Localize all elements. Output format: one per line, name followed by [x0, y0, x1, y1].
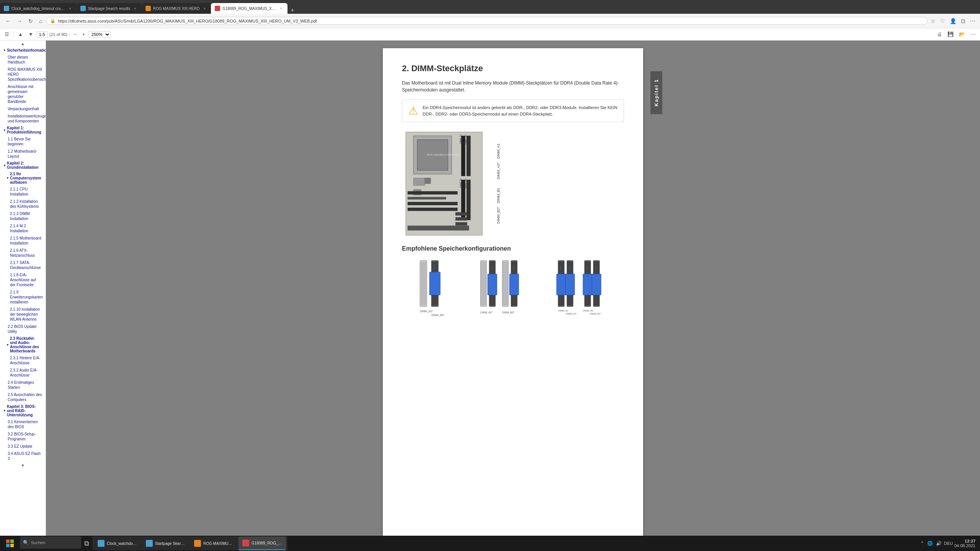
- start-button[interactable]: [2, 536, 18, 551]
- sidebar-item-wlan[interactable]: 2.1.10 Installation der beweglichen WLAN…: [0, 306, 46, 323]
- taskbar-favicon-4: [242, 540, 249, 546]
- person-icon[interactable]: 👤: [948, 16, 958, 26]
- menu-icon[interactable]: ⋯: [969, 16, 977, 26]
- sidebar-item-bios-kennen[interactable]: 3.1 Kennenlernen des BIOS: [0, 418, 46, 430]
- tab-close-3[interactable]: ×: [202, 6, 207, 11]
- svg-rect-16: [456, 217, 467, 220]
- sidebar-section-sicherheit[interactable]: ▼ Sicherheitsinformationen: [0, 47, 46, 54]
- sidebar-item-ea-front[interactable]: 2.1.8 E/A-Anschlüsse auf der Frontseite: [0, 271, 46, 289]
- sidebar-section-2-3[interactable]: ▼ 2.3 Rücktafel- und Audio-Anschlüsse de…: [0, 335, 46, 354]
- svg-text:DIMM_B1: DIMM_B1: [459, 178, 462, 187]
- tab-close-4[interactable]: ×: [278, 6, 284, 11]
- taskbar-search[interactable]: 🔍 Suchen: [20, 536, 81, 549]
- svg-rect-7: [467, 180, 470, 220]
- svg-rect-55: [583, 274, 592, 295]
- pdf-sidebar: ▲ ▼ Sicherheitsinformationen Über dieses…: [0, 41, 46, 551]
- tab-1[interactable]: Clock_watchdog_timeout crasi... ×: [0, 3, 77, 14]
- zoom-out-button[interactable]: −: [72, 30, 79, 38]
- forward-button[interactable]: →: [15, 16, 24, 26]
- tray-arrow-icon[interactable]: ⌃: [920, 540, 925, 547]
- open-button[interactable]: 📂: [957, 30, 967, 38]
- section-title: 2. DIMM-Steckplätze: [402, 64, 624, 73]
- sidebar-item-ez-update[interactable]: 3.3 EZ Update: [0, 443, 46, 450]
- sidebar-item-cpu[interactable]: 2.1.1 CPU Installation: [0, 186, 46, 198]
- svg-rect-27: [430, 272, 440, 295]
- sidebar-section-kapitel1[interactable]: ▼ Kapitel 1: Produkteinführung: [0, 125, 46, 135]
- tab-close-1[interactable]: ×: [67, 6, 73, 11]
- sidebar-item-sata[interactable]: 2.1.7 SATA-Geräteanschlüsse: [0, 259, 46, 271]
- bookmark-icon[interactable]: ☆: [929, 16, 937, 26]
- sidebar-item-mb[interactable]: 2.1.5 Motherboard Installation: [0, 235, 46, 247]
- tray-clock[interactable]: 13:37 04.08.2021: [954, 539, 975, 548]
- chevron-right-icon-1: ▼: [3, 129, 6, 132]
- tray-time: 13:37: [954, 539, 975, 543]
- refresh-button[interactable]: ↻: [26, 16, 35, 26]
- more-tools-button[interactable]: ⋯: [968, 30, 978, 38]
- home-button[interactable]: ⌂: [37, 16, 44, 26]
- tab-2[interactable]: Startpage Search results ×: [77, 3, 142, 14]
- print-button[interactable]: 🖨: [935, 30, 944, 38]
- sidebar-section-kapitel2[interactable]: ▼ Kapitel 2: Grundinstallation: [0, 160, 46, 171]
- sidebar-item-ez-flash[interactable]: 3.4 ASUS EZ Flash 3: [0, 450, 46, 462]
- windows-logo-icon: [6, 540, 14, 547]
- sidebar-section-2-1[interactable]: ▼ 2.1 Ihr Computersystem aufbauen: [0, 171, 46, 186]
- sidebar-item-audio-ea[interactable]: 2.3.2 Audio E/A-Anschlüsse: [0, 367, 46, 379]
- svg-rect-11: [408, 191, 457, 194]
- save-button[interactable]: 💾: [945, 30, 956, 38]
- sidebar-item-beginnen[interactable]: 1.1 Bevor Sie beginnen: [0, 135, 46, 148]
- sidebar-label-2-3: 2.3 Rücktafel- und Audio-Anschlüsse des …: [10, 336, 42, 353]
- sidebar-item-m2[interactable]: 2.1.4 M.2 Installation: [0, 222, 46, 235]
- volume-icon[interactable]: 🔊: [935, 540, 942, 547]
- sidebar-item-layout[interactable]: 1.2 Motherboard-Layout: [0, 148, 46, 160]
- tab-4[interactable]: G18089_ROG_MAXIMUS_XIII_HERO×... ×: [211, 3, 287, 14]
- svg-text:↓: ↓: [512, 264, 515, 270]
- sidebar-item-dimm[interactable]: 2.1.3 DIMM Installation: [0, 210, 46, 222]
- sidebar-item-anschluesse[interactable]: Anschlüsse mit gemeinsam genutzter Bandb…: [0, 83, 46, 105]
- tab-3[interactable]: ROG MAXIMUS XIII HERO ×: [142, 3, 211, 14]
- zoom-select[interactable]: 250% 200% 150% 100% 75%: [88, 31, 111, 38]
- back-button[interactable]: ←: [3, 16, 13, 26]
- heart-icon[interactable]: ♡: [939, 16, 947, 26]
- sidebar-item-erstmaliges[interactable]: 2.4 Erstmaliges Starten: [0, 379, 46, 391]
- sidebar-item-atx[interactable]: 2.1.6 ATX-Netzanschluss: [0, 247, 46, 259]
- svg-text:DIMM_A2*: DIMM_A2*: [420, 310, 433, 313]
- taskbar-item-4[interactable]: G18089_ROG_MAX...: [238, 536, 286, 550]
- sidebar-item-hintere-ea[interactable]: 2.3.1 Hintere E/A-Anschlüsse: [0, 354, 46, 367]
- sidebar-item-werkzeuge[interactable]: Installationswerkzeuge und Komponenten: [0, 112, 46, 125]
- sidebar-item-bios-setup[interactable]: 3.2 BIOS-Setup-Programm: [0, 430, 46, 443]
- section-number: 2.: [402, 64, 409, 73]
- pdf-content-area[interactable]: 2. DIMM-Steckplätze Das Motherboard ist …: [46, 41, 980, 551]
- taskbar-label-4: G18089_ROG_MAX...: [252, 541, 282, 545]
- svg-rect-5: [467, 136, 470, 176]
- page-input[interactable]: [36, 31, 48, 37]
- svg-text:DIMM_A1: DIMM_A1: [558, 310, 568, 312]
- warning-icon: ⚠: [408, 104, 418, 117]
- tab-close-2[interactable]: ×: [132, 6, 138, 11]
- taskbar-item-3[interactable]: ROG MAXIMUS XIII...: [190, 536, 238, 550]
- sidebar-item-erweiterung[interactable]: 2.1.9 Erweiterungskarten installieren: [0, 289, 46, 306]
- sidebar-item-kuehlung[interactable]: 2.1.2 Installation des Kühlsystems: [0, 198, 46, 210]
- task-view-button[interactable]: ⧉: [82, 536, 91, 550]
- new-tab-button[interactable]: +: [287, 7, 297, 14]
- sidebar-item-ausschalten[interactable]: 2.5 Ausschalten des Computers: [0, 391, 46, 403]
- svg-text:↓: ↓: [490, 264, 493, 270]
- dimm-label-b2: DIMM_B2*: [497, 207, 500, 224]
- sidebar-toggle-button[interactable]: ☰: [2, 30, 11, 38]
- taskbar-item-2[interactable]: Startpage Search...: [142, 536, 189, 550]
- sidebar-section-kapitel3[interactable]: ▼ Kapitel 3: BIOS- und RAID-Unterstützun…: [0, 403, 46, 418]
- sidebar-item-verpackung[interactable]: Verpackungsinhalt: [0, 105, 46, 112]
- sidebar-item-spezifikation[interactable]: ROG MAXIMUS XIII HERO Spezifikationsüber…: [0, 66, 46, 83]
- extensions-icon[interactable]: ⊡: [959, 16, 967, 26]
- sidebar-item-handbuch[interactable]: Über dieses Handbuch: [0, 54, 46, 66]
- sidebar-scroll-up[interactable]: ▲: [0, 41, 46, 47]
- prev-page-button[interactable]: ▲: [16, 30, 25, 38]
- sidebar-label-2-1: 2.1 Ihr Computersystem aufbauen: [10, 172, 42, 184]
- sidebar-item-bios-update[interactable]: 2.2 BIOS Update Utility: [0, 323, 46, 335]
- sidebar-scroll-down[interactable]: ▼: [0, 462, 46, 469]
- address-bar[interactable]: 🔒 https://dlcdnets.asus.com/pub/ASUS/mb/…: [46, 17, 928, 25]
- network-icon[interactable]: 🌐: [926, 540, 934, 547]
- taskbar-item-1[interactable]: Clock_watchdog...: [94, 536, 141, 550]
- next-page-button[interactable]: ▼: [26, 30, 36, 38]
- zoom-in-button[interactable]: +: [80, 30, 87, 38]
- dimm-label-a1: DIMM_A1: [497, 143, 500, 159]
